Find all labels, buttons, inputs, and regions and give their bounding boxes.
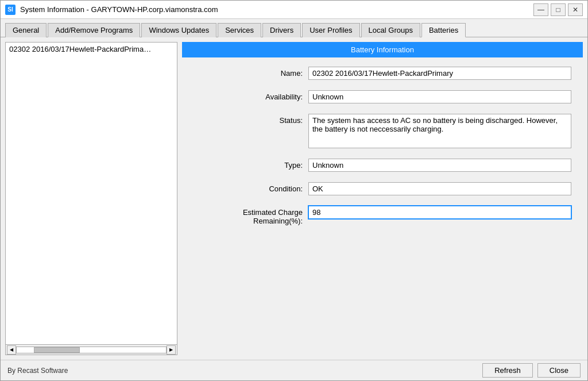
name-label: Name: (194, 67, 308, 78)
name-input[interactable] (308, 67, 571, 80)
tab-user-profiles[interactable]: User Profiles (302, 23, 359, 37)
tab-drivers[interactable]: Drivers (262, 23, 301, 37)
charge-input[interactable] (308, 206, 571, 219)
footer-text: By Recast Software (7, 367, 68, 375)
type-row: Type: (194, 159, 571, 172)
condition-input[interactable] (308, 182, 571, 195)
status-row: Status: The system has access to AC so n… (194, 114, 571, 148)
condition-row: Condition: (194, 182, 571, 195)
window-controls: — □ ✕ (533, 3, 583, 16)
availability-row: Availability: (194, 90, 571, 103)
title-bar: SI System Information - GARYTOWN-HP.corp… (1, 1, 587, 19)
list-item[interactable]: 02302 2016/03/17Hewlett-PackardPrima… (6, 43, 177, 56)
charge-row: Estimated Charge Remaining(%): (194, 206, 571, 225)
battery-list[interactable]: 02302 2016/03/17Hewlett-PackardPrima… (6, 43, 177, 344)
status-textarea[interactable]: The system has access to AC so no batter… (308, 114, 571, 148)
left-panel: 02302 2016/03/17Hewlett-PackardPrima… ◀ … (5, 42, 177, 355)
scroll-right-arrow[interactable]: ▶ (167, 345, 176, 355)
refresh-button[interactable]: Refresh (482, 363, 533, 378)
tab-local-groups[interactable]: Local Groups (361, 23, 420, 37)
close-button[interactable]: ✕ (568, 3, 583, 16)
horizontal-scrollbar: ◀ ▶ (6, 344, 177, 355)
scrollbar-thumb[interactable] (34, 347, 80, 353)
main-window: SI System Information - GARYTOWN-HP.corp… (0, 0, 588, 381)
window-title: System Information - GARYTOWN-HP.corp.vi… (20, 5, 533, 14)
tab-batteries[interactable]: Batteries (421, 23, 466, 37)
form-area: Name: Availability: Status: The system h… (182, 67, 583, 355)
footer: By Recast Software Refresh Close (1, 360, 587, 380)
status-label: Status: (194, 114, 308, 125)
scrollbar-track[interactable] (16, 347, 167, 353)
name-row: Name: (194, 67, 571, 80)
scroll-left-arrow[interactable]: ◀ (7, 345, 16, 355)
app-icon: SI (5, 5, 16, 15)
tab-services[interactable]: Services (218, 23, 261, 37)
right-panel: Battery Information Name: Availability: … (182, 42, 583, 355)
condition-label: Condition: (194, 182, 308, 193)
tab-add-remove-programs[interactable]: Add/Remove Programs (48, 23, 140, 37)
tab-general[interactable]: General (5, 23, 47, 37)
close-window-button[interactable]: Close (537, 363, 581, 378)
tab-windows-updates[interactable]: Windows Updates (141, 23, 216, 37)
footer-buttons: Refresh Close (482, 363, 581, 378)
tabs-container: General Add/Remove Programs Windows Upda… (1, 19, 587, 37)
main-content: 02302 2016/03/17Hewlett-PackardPrima… ◀ … (1, 37, 587, 360)
minimize-button[interactable]: — (533, 3, 548, 16)
battery-info-header: Battery Information (182, 42, 583, 57)
maximize-button[interactable]: □ (551, 3, 566, 16)
charge-label: Estimated Charge Remaining(%): (194, 206, 308, 225)
availability-label: Availability: (194, 90, 308, 101)
availability-input[interactable] (308, 90, 571, 103)
type-label: Type: (194, 159, 308, 170)
type-input[interactable] (308, 159, 571, 172)
